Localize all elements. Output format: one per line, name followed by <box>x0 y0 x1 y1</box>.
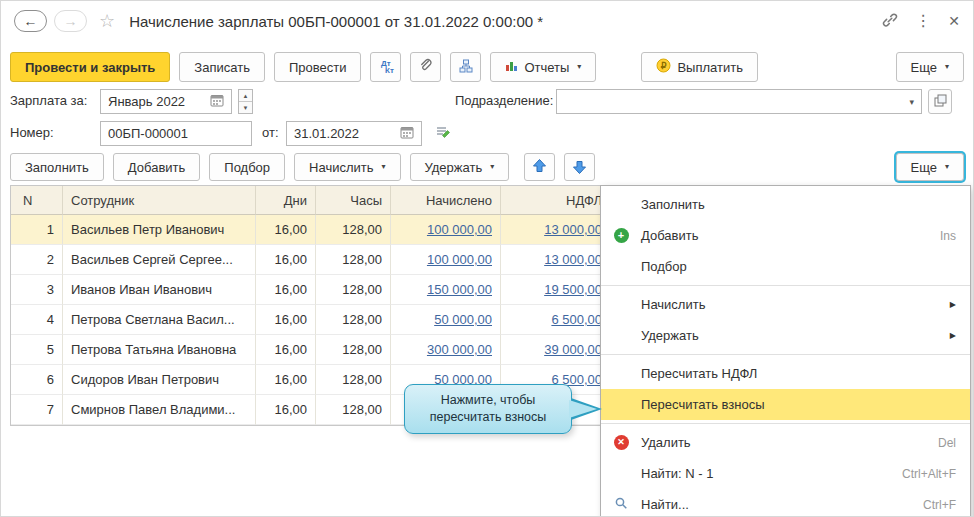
cell-hours[interactable]: 128,00 <box>316 305 391 335</box>
menu-item-find[interactable]: Найти... Ctrl+F <box>601 489 970 517</box>
edit-list-button[interactable] <box>430 121 456 146</box>
attachments-button[interactable] <box>410 52 441 82</box>
cell-accrued[interactable]: 150 000,00 <box>391 275 501 305</box>
menu-item-accrue[interactable]: Начислить ▶ <box>601 289 970 320</box>
cell-employee[interactable]: Петрова Татьяна Ивановна <box>63 335 256 365</box>
cell-hours[interactable]: 128,00 <box>316 245 391 275</box>
cell-ndfl[interactable]: 13 000,00 <box>501 245 611 275</box>
cell-ndfl[interactable]: 13 000,00 <box>501 215 611 245</box>
ndfl-link[interactable]: 13 000,00 <box>544 252 602 267</box>
link-icon[interactable] <box>882 12 898 31</box>
move-up-button[interactable] <box>524 153 555 181</box>
add-row-button[interactable]: Добавить <box>113 153 200 181</box>
calendar-icon[interactable] <box>210 94 224 110</box>
column-header-employee[interactable]: Сотрудник <box>63 186 256 215</box>
cell-hours[interactable]: 128,00 <box>316 365 391 395</box>
accrue-button[interactable]: Начислить ▾ <box>294 153 400 181</box>
department-open-button[interactable] <box>928 89 952 114</box>
cell-days[interactable]: 16,00 <box>256 215 316 245</box>
pay-button[interactable]: ₽ Выплатить <box>641 52 758 82</box>
cell-days[interactable]: 16,00 <box>256 365 316 395</box>
cell-employee[interactable]: Смирнов Павел Владими... <box>63 395 256 425</box>
ndfl-link[interactable]: 39 000,00 <box>544 342 602 357</box>
cell-days[interactable]: 16,00 <box>256 395 316 425</box>
column-header-ndfl[interactable]: НДФЛ <box>501 186 611 215</box>
accrued-link[interactable]: 100 000,00 <box>427 252 492 267</box>
cell-ndfl[interactable]: 39 000,00 <box>501 335 611 365</box>
menu-item-recalc-contributions[interactable]: Пересчитать взносы <box>601 389 970 420</box>
menu-item-delete[interactable]: ✕ Удалить Del <box>601 427 970 458</box>
cell-n[interactable]: 3 <box>11 275 63 305</box>
cell-accrued[interactable]: 100 000,00 <box>391 245 501 275</box>
cell-employee[interactable]: Петрова Светлана Васил... <box>63 305 256 335</box>
menu-item-recalc-ndfl[interactable]: Пересчитать НДФЛ <box>601 358 970 389</box>
column-header-n[interactable]: N <box>11 186 63 215</box>
cell-n[interactable]: 6 <box>11 365 63 395</box>
table-more-button[interactable]: Еще ▾ <box>896 153 964 181</box>
cell-n[interactable]: 1 <box>11 215 63 245</box>
cell-employee[interactable]: Васильев Сергей Сергее... <box>63 245 256 275</box>
dtkt-postings-button[interactable]: ДтКт <box>370 52 401 82</box>
column-header-hours[interactable]: Часы <box>316 186 391 215</box>
close-icon[interactable]: ✕ <box>948 13 960 29</box>
menu-item-find-value[interactable]: Найти: N - 1 Ctrl+Alt+F <box>601 458 970 489</box>
fill-button[interactable]: Заполнить <box>10 153 104 181</box>
ndfl-link[interactable]: 13 000,00 <box>544 222 602 237</box>
menu-item-withhold[interactable]: Удержать ▶ <box>601 320 970 351</box>
ndfl-link[interactable]: 6 500,00 <box>551 312 602 327</box>
withhold-button[interactable]: Удержать ▾ <box>410 153 510 181</box>
cell-hours[interactable]: 128,00 <box>316 335 391 365</box>
cell-accrued[interactable]: 50 000,00 <box>391 305 501 335</box>
date-input[interactable]: 31.01.2022 <box>286 121 422 146</box>
cell-days[interactable]: 16,00 <box>256 335 316 365</box>
menu-item-fill[interactable]: Заполнить <box>601 189 970 220</box>
menu-item-add[interactable]: + Добавить Ins <box>601 220 970 251</box>
cell-hours[interactable]: 128,00 <box>316 275 391 305</box>
cell-employee[interactable]: Иванов Иван Иванович <box>63 275 256 305</box>
period-stepper[interactable]: ▲ ▼ <box>238 89 253 114</box>
cell-days[interactable]: 16,00 <box>256 245 316 275</box>
related-documents-button[interactable] <box>450 52 481 82</box>
column-header-accrued[interactable]: Начислено <box>391 186 501 215</box>
favorite-star-icon[interactable]: ☆ <box>99 12 115 30</box>
add-icon: + <box>614 228 629 243</box>
cell-accrued[interactable]: 100 000,00 <box>391 215 501 245</box>
cell-ndfl[interactable]: 6 500,00 <box>501 305 611 335</box>
column-header-days[interactable]: Дни <box>256 186 316 215</box>
cell-days[interactable]: 16,00 <box>256 275 316 305</box>
cell-ndfl[interactable]: 19 500,00 <box>501 275 611 305</box>
number-input[interactable]: 00БП-000001 <box>100 121 252 146</box>
cell-n[interactable]: 4 <box>11 305 63 335</box>
back-button[interactable]: ← <box>14 10 47 32</box>
accrued-link[interactable]: 50 000,00 <box>434 312 492 327</box>
cell-employee[interactable]: Сидоров Иван Петрович <box>63 365 256 395</box>
cell-accrued[interactable]: 300 000,00 <box>391 335 501 365</box>
department-combobox[interactable]: ▾ <box>556 89 922 114</box>
cell-employee[interactable]: Васильев Петр Иванович <box>63 215 256 245</box>
chevron-down-icon[interactable]: ▾ <box>909 97 914 107</box>
post-button[interactable]: Провести <box>274 52 362 82</box>
move-down-button[interactable] <box>564 153 595 181</box>
salary-for-input[interactable]: Январь 2022 <box>100 89 232 114</box>
cell-n[interactable]: 5 <box>11 335 63 365</box>
cell-n[interactable]: 2 <box>11 245 63 275</box>
pick-button[interactable]: Подбор <box>209 153 285 181</box>
reports-button[interactable]: Отчеты ▾ <box>490 52 596 82</box>
cell-n[interactable]: 7 <box>11 395 63 425</box>
forward-button[interactable]: → <box>54 10 87 32</box>
toolbar-more-button[interactable]: Еще ▾ <box>896 52 964 82</box>
shortcut-label: Del <box>938 436 956 450</box>
form-row-period: Зарплата за: Январь 2022 ▲ ▼ Подразделен… <box>10 89 964 114</box>
accrued-link[interactable]: 150 000,00 <box>427 282 492 297</box>
cell-hours[interactable]: 128,00 <box>316 215 391 245</box>
window-more-icon[interactable]: ⋮ <box>915 13 931 29</box>
post-and-close-button[interactable]: Провести и закрыть <box>10 52 170 82</box>
save-button[interactable]: Записать <box>179 52 265 82</box>
menu-item-pick[interactable]: Подбор <box>601 251 970 282</box>
accrued-link[interactable]: 100 000,00 <box>427 222 492 237</box>
cell-hours[interactable]: 128,00 <box>316 395 391 425</box>
cell-days[interactable]: 16,00 <box>256 305 316 335</box>
accrued-link[interactable]: 300 000,00 <box>427 342 492 357</box>
ndfl-link[interactable]: 19 500,00 <box>544 282 602 297</box>
calendar-icon[interactable] <box>400 126 414 142</box>
